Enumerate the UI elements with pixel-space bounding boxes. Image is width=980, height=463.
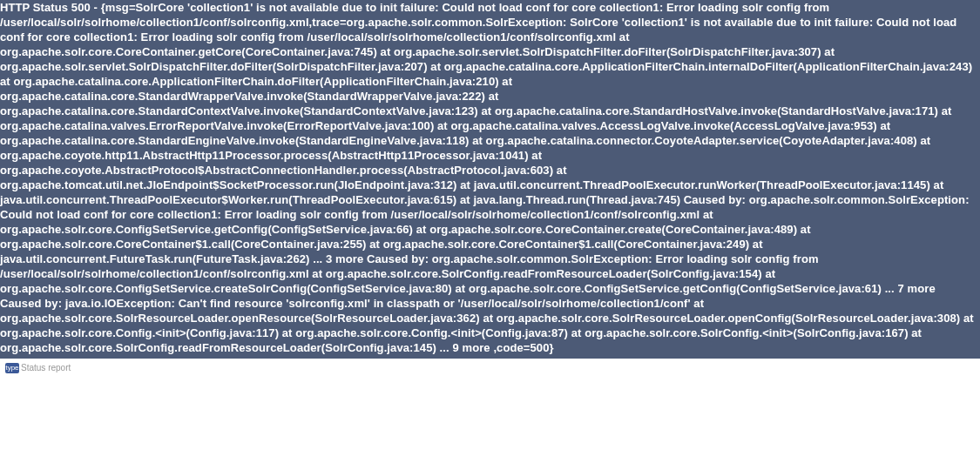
error-stacktrace: HTTP Status 500 - {msg=SolrCore 'collect… <box>0 0 980 359</box>
status-report-line: typeStatus report <box>0 359 76 377</box>
status-type-marker: type <box>5 363 19 373</box>
status-report-label: Status report <box>21 363 71 372</box>
